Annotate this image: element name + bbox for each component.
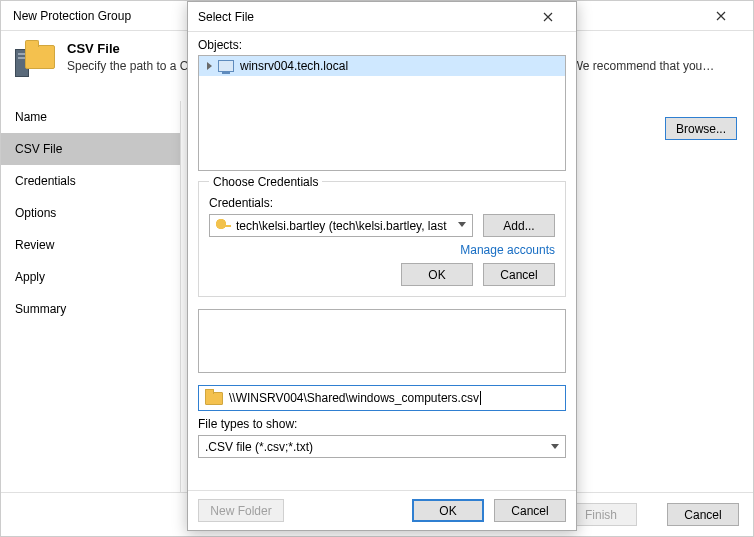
manage-accounts-link[interactable]: Manage accounts <box>209 241 555 263</box>
credentials-ok-button[interactable]: OK <box>401 263 473 286</box>
chevron-down-icon <box>458 222 466 227</box>
tree-node-host[interactable]: winsrv004.tech.local <box>199 56 565 76</box>
credentials-label: Credentials: <box>209 196 555 210</box>
select-file-cancel-button[interactable]: Cancel <box>494 499 566 522</box>
choose-credentials-group: Choose Credentials Credentials: tech\kel… <box>198 181 566 297</box>
outer-title: New Protection Group <box>13 9 131 23</box>
objects-label: Objects: <box>188 32 576 55</box>
nav-item-name[interactable]: Name <box>1 101 180 133</box>
credentials-value: tech\kelsi.bartley (tech\kelsi.bartley, … <box>236 219 447 233</box>
nav-item-options[interactable]: Options <box>1 197 180 229</box>
select-file-titlebar: Select File <box>188 2 576 32</box>
nav-item-credentials[interactable]: Credentials <box>1 165 180 197</box>
select-file-ok-button[interactable]: OK <box>412 499 484 522</box>
select-file-footer: New Folder OK Cancel <box>188 490 576 530</box>
chevron-down-icon <box>551 444 559 449</box>
objects-tree[interactable]: winsrv004.tech.local <box>198 55 566 171</box>
tree-node-label: winsrv004.tech.local <box>240 59 348 73</box>
nav-item-csv-file[interactable]: CSV File <box>1 133 180 165</box>
nav-item-review[interactable]: Review <box>1 229 180 261</box>
file-path-value: \\WINSRV004\Shared\windows_computers.csv <box>229 391 481 405</box>
close-icon <box>716 11 726 21</box>
add-credentials-button[interactable]: Add... <box>483 214 555 237</box>
file-types-select[interactable]: .CSV file (*.csv;*.txt) <box>198 435 566 458</box>
new-protection-group-window: New Protection Group CSV File Specify th… <box>0 0 754 537</box>
new-folder-button: New Folder <box>198 499 284 522</box>
browse-button[interactable]: Browse... <box>665 117 737 140</box>
credentials-cancel-button[interactable]: Cancel <box>483 263 555 286</box>
file-types-label: File types to show: <box>198 417 566 431</box>
file-types-value: .CSV file (*.csv;*.txt) <box>205 440 313 454</box>
credentials-select[interactable]: tech\kelsi.bartley (tech\kelsi.bartley, … <box>209 214 473 237</box>
outer-close-button[interactable] <box>701 2 741 30</box>
wizard-nav: Name CSV File Credentials Options Review… <box>1 101 181 492</box>
close-icon <box>543 12 553 22</box>
file-list[interactable] <box>198 309 566 373</box>
cancel-button[interactable]: Cancel <box>667 503 739 526</box>
choose-credentials-title: Choose Credentials <box>209 175 322 189</box>
folder-icon <box>205 392 223 405</box>
host-icon <box>218 60 234 72</box>
select-file-title: Select File <box>198 10 254 24</box>
key-icon <box>216 219 230 233</box>
file-path-input[interactable]: \\WINSRV004\Shared\windows_computers.csv <box>198 385 566 411</box>
csv-file-wizard-icon <box>15 41 55 81</box>
tree-expander-icon[interactable] <box>207 62 212 70</box>
select-file-dialog: Select File Objects: winsrv004.tech.loca… <box>187 1 577 531</box>
nav-item-apply[interactable]: Apply <box>1 261 180 293</box>
select-file-close-button[interactable] <box>530 5 566 29</box>
nav-item-summary[interactable]: Summary <box>1 293 180 325</box>
